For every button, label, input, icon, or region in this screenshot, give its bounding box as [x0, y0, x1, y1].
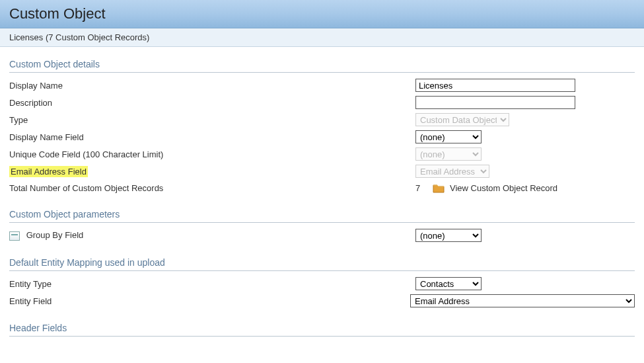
label-email-field: Email Address Field [9, 166, 88, 177]
row-display-name-field: Display Name Field (none) [9, 128, 635, 145]
row-unique-code: Unique Code Field (100 Character Limit) … [9, 145, 635, 163]
display-name-field-select[interactable]: (none) [415, 130, 482, 143]
label-display-name: Display Name [9, 81, 415, 91]
row-entity-type: Entity Type Contacts [9, 275, 635, 292]
row-total-records: Total Number of Custom Object Records 7 … [9, 180, 635, 196]
label-entity-field: Entity Field [9, 296, 410, 306]
page-header: Custom Object [0, 0, 644, 28]
label-total-records: Total Number of Custom Object Records [9, 183, 415, 193]
content-area: Custom Object details Display Name Descr… [0, 47, 644, 347]
email-field-select: Email Address [415, 165, 489, 178]
page-subheader: Licenses (7 Custom Object Records) [0, 28, 644, 47]
subheader-text: Licenses (7 Custom Object Records) [9, 32, 149, 42]
label-unique-code: Unique Code Field (100 Character Limit) [9, 149, 415, 159]
display-name-input[interactable] [415, 79, 575, 92]
entity-field-select[interactable]: Email Address [410, 294, 635, 307]
entity-type-select[interactable]: Contacts [415, 277, 482, 290]
section-title-header-fields: Header Fields [9, 317, 635, 337]
section-title-params: Custom Object parameters [9, 204, 635, 223]
label-group-by: Group By Field [26, 230, 84, 240]
calendar-icon [9, 231, 20, 241]
label-description: Description [9, 98, 415, 108]
row-entity-field: Entity Field Email Address [9, 292, 635, 309]
unique-code-select: (none) [415, 147, 482, 161]
page-title: Custom Object [9, 5, 635, 22]
label-type: Type [9, 115, 415, 125]
row-description: Description [9, 94, 635, 111]
folder-icon [433, 182, 445, 193]
row-email-field: Email Address Field Email Address [9, 163, 635, 180]
description-input[interactable] [415, 96, 575, 109]
view-records-link[interactable]: View Custom Object Record [450, 183, 557, 193]
label-entity-type: Entity Type [9, 279, 415, 289]
row-group-by: Group By Field (none) [9, 227, 635, 244]
section-title-mapping: Default Entity Mapping used in upload [9, 252, 635, 271]
row-display-name: Display Name [9, 77, 635, 94]
label-display-name-field: Display Name Field [9, 132, 415, 142]
type-select: Custom Data Objects [415, 113, 509, 126]
section-title-details: Custom Object details [9, 54, 635, 73]
total-records-count: 7 [415, 183, 427, 193]
group-by-select[interactable]: (none) [415, 229, 482, 242]
row-type: Type Custom Data Objects [9, 111, 635, 128]
